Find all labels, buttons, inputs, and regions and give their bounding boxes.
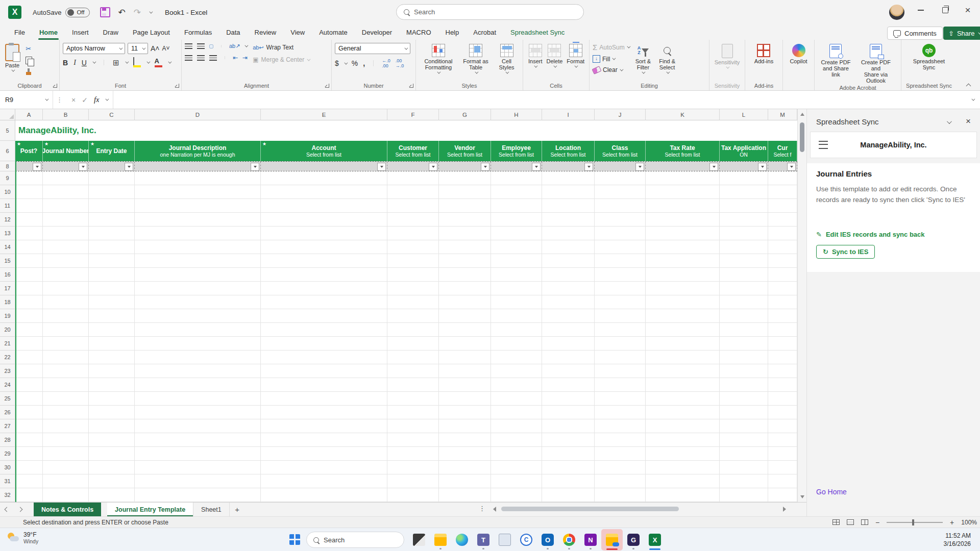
row-header-32[interactable]: 32	[0, 488, 15, 502]
font-color-menu-icon[interactable]	[168, 60, 172, 64]
taskbar-item-teams[interactable]: T	[473, 529, 494, 550]
cancel-icon[interactable]: ×	[71, 96, 76, 104]
font-color-button[interactable]: A	[155, 58, 162, 67]
new-sheet-button[interactable]: +	[230, 503, 245, 516]
orientation-button[interactable]: ab↗	[229, 43, 240, 49]
taskbar-item-app-c[interactable]: C	[516, 529, 537, 550]
number-format-select[interactable]: General	[335, 43, 410, 54]
grid-row[interactable]	[15, 378, 797, 392]
grid-row[interactable]	[15, 392, 797, 406]
cut-icon[interactable]: ✂	[26, 45, 32, 53]
fill-color-button[interactable]	[133, 58, 141, 67]
row-header-26[interactable]: 26	[0, 406, 15, 419]
dialog-launcher-icon[interactable]	[53, 84, 57, 88]
ribbon-tab-formulas[interactable]: Formulas	[177, 26, 219, 39]
customize-qat-icon[interactable]	[149, 10, 153, 13]
grid-row[interactable]	[15, 406, 797, 419]
taskbar-item-task-view[interactable]	[408, 529, 430, 550]
share-button[interactable]: ⇧ Share	[943, 27, 980, 40]
underline-menu-icon[interactable]	[92, 60, 96, 64]
borders-menu-icon[interactable]	[125, 60, 129, 64]
column-header-K[interactable]: K	[646, 109, 720, 120]
insert-cells-button[interactable]: Insert	[526, 43, 545, 69]
row-header-30[interactable]: 30	[0, 461, 15, 474]
column-header-G[interactable]: G	[439, 109, 491, 120]
filter-dropdown-H[interactable]	[532, 163, 541, 171]
filter-dropdown-J[interactable]	[635, 163, 644, 171]
horizontal-scroll-thumb[interactable]	[501, 507, 679, 511]
filter-dropdown-E[interactable]	[377, 163, 386, 171]
sheet-tab-journal-entry-template[interactable]: Journal Entry Template	[107, 503, 193, 516]
ribbon-tab-review[interactable]: Review	[248, 26, 284, 39]
expand-formula-bar-icon[interactable]	[971, 97, 975, 101]
weather-widget[interactable]: 39°F Windy	[7, 531, 38, 544]
ribbon-tab-automate[interactable]: Automate	[312, 26, 355, 39]
zoom-slider-knob[interactable]	[912, 519, 914, 525]
align-right-button[interactable]	[209, 55, 217, 61]
row-header-25[interactable]: 25	[0, 392, 15, 406]
ribbon-tab-data[interactable]: Data	[219, 26, 247, 39]
grid-row[interactable]	[15, 461, 797, 474]
scroll-left-icon[interactable]	[493, 507, 496, 512]
shrink-font-button[interactable]: A˅	[162, 45, 170, 52]
grid-row[interactable]	[15, 419, 797, 433]
panel-collapse-icon[interactable]	[947, 119, 952, 124]
row-header-9[interactable]: 9	[0, 171, 15, 185]
save-icon[interactable]	[100, 7, 110, 17]
orientation-menu-icon[interactable]	[245, 44, 249, 47]
taskbar-item-media-app[interactable]	[494, 529, 516, 550]
formula-input[interactable]	[113, 91, 971, 109]
grid-row[interactable]	[15, 268, 797, 282]
menu-icon[interactable]	[819, 141, 828, 149]
avatar[interactable]	[889, 5, 904, 20]
row-header-6[interactable]: 6	[0, 141, 15, 161]
grid-row[interactable]	[15, 199, 797, 213]
font-size-select[interactable]: 11	[128, 43, 148, 54]
find-select-button[interactable]: Find & Select	[657, 43, 677, 75]
grid-row[interactable]	[15, 185, 797, 199]
underline-button[interactable]: U	[82, 59, 87, 67]
filter-dropdown-C[interactable]	[125, 163, 133, 171]
borders-button[interactable]: ⊞	[113, 58, 119, 67]
go-home-link[interactable]: Go Home	[816, 488, 847, 496]
ribbon-tab-acrobat[interactable]: Acrobat	[466, 26, 503, 39]
sensitivity-button[interactable]: Sensitivity	[713, 43, 742, 70]
grid-row[interactable]	[15, 240, 797, 254]
italic-button[interactable]: I	[74, 59, 76, 67]
taskbar-item-cloud-folder[interactable]	[601, 529, 623, 550]
row-header-27[interactable]: 27	[0, 419, 15, 433]
ribbon-tab-draw[interactable]: Draw	[96, 26, 126, 39]
grid-row[interactable]	[15, 350, 797, 364]
row-header-14[interactable]: 14	[0, 240, 15, 254]
ribbon-tab-home[interactable]: Home	[32, 26, 65, 39]
ribbon-tab-page-layout[interactable]: Page Layout	[126, 26, 177, 39]
copy-icon[interactable]	[26, 57, 32, 64]
taskbar-clock[interactable]: 11:52 AM 3/16/2026	[944, 532, 971, 548]
addins-button[interactable]: Add-ins	[752, 43, 775, 65]
ribbon-tab-spreadsheet-sync[interactable]: Spreadsheet Sync	[503, 26, 572, 39]
grid-row[interactable]	[15, 433, 797, 447]
grid-row[interactable]	[15, 227, 797, 240]
next-sheet-button[interactable]	[13, 503, 27, 516]
grid-row[interactable]	[15, 309, 797, 323]
merge-center-button[interactable]: ▣ Merge & Center	[253, 56, 309, 63]
create-pdf-share-outlook-button[interactable]: Create PDF and Share via Outlook	[854, 43, 898, 85]
increase-decimal-button[interactable]: ←.0.00	[382, 58, 390, 68]
column-header-H[interactable]: H	[491, 109, 542, 120]
filter-dropdown-A[interactable]	[33, 163, 41, 171]
row-header-31[interactable]: 31	[0, 474, 15, 488]
grid-rows[interactable]	[15, 171, 797, 502]
redo-icon[interactable]: ↷	[134, 8, 141, 17]
column-header-F[interactable]: F	[387, 109, 439, 120]
filter-dropdown-M[interactable]	[787, 163, 796, 171]
column-header-I[interactable]: I	[542, 109, 595, 120]
row-header-17[interactable]: 17	[0, 282, 15, 295]
page-break-view-button[interactable]	[861, 519, 868, 525]
row-header-23[interactable]: 23	[0, 364, 15, 378]
align-middle-button[interactable]	[197, 43, 205, 49]
grid-row[interactable]	[15, 364, 797, 378]
grid-row[interactable]	[15, 282, 797, 295]
font-name-select[interactable]: Aptos Narrow	[63, 43, 125, 54]
maximize-button[interactable]	[934, 0, 957, 20]
filter-dropdown-K[interactable]	[709, 163, 718, 171]
